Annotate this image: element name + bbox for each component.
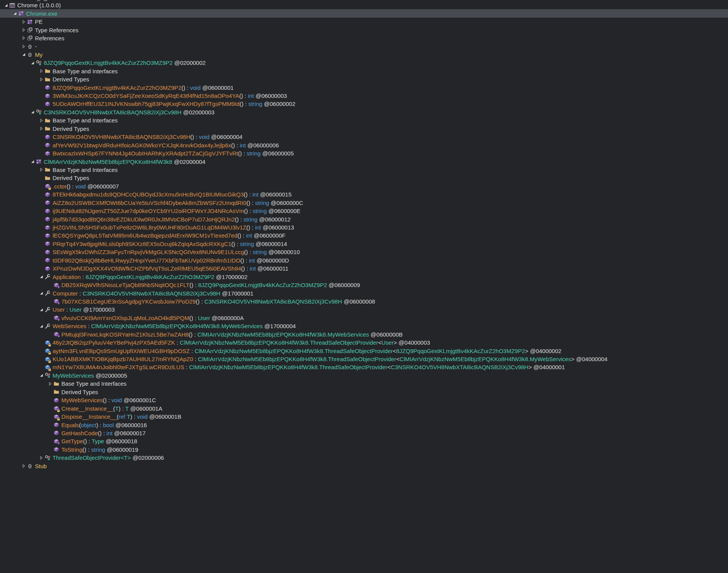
tree-row[interactable]: C3NSRKO4OV5VH8NwbXTA8icBAQNSB2iXj3Cv98H(… [0,133,728,141]
tree-row[interactable]: Chrome.exe [0,9,728,17]
collapse-arrow-icon[interactable] [30,159,36,165]
tree-row[interactable]: {}- [0,42,728,50]
tree-row[interactable]: GetType() : Type @06000018 [0,437,728,445]
label-segment: : [65,306,70,313]
tree-row[interactable]: BwtxcazlxWHSp67FYNNt4Jg4OubIHARhKyXRAdpt… [0,149,728,157]
expand-arrow-icon[interactable] [38,76,44,83]
expand-arrow-icon[interactable] [21,43,27,50]
tree-row[interactable]: ToString() : string @06000019 [0,446,728,454]
tree-row[interactable]: 8JZQ9PqqoGextKLmjgtBv4kKAcZurZ2hO3MZ9P2 … [0,59,728,67]
expand-arrow-icon[interactable] [38,167,44,173]
tree-row[interactable]: Base Type and Interfaces [0,380,728,388]
tree-row[interactable]: Type References [0,26,728,34]
tree-row[interactable]: 46y2JtQBi2qzPyluuV4eYBePivj4zPX5AEd5FZK … [0,339,728,347]
label-segment: C3NSRKO4OV5VH8NwbXTA8icBAQNSB2iXj3Cv98H [44,109,181,116]
row-label: ayINm3FLvnEBpQs9SmUgUpfIXiWEU4GBH9pDOSZ … [53,348,562,354]
tree-row[interactable]: Application : 8JZQ9PqqoGextKLmjgtBv4kKAc… [0,272,728,281]
method-icon [53,298,59,304]
tree-row[interactable]: Derived Types [0,388,728,396]
tree-row[interactable]: Base Type and Interfaces [0,67,728,75]
tree-row[interactable]: Derived Types [0,75,728,83]
label-segment: () : [240,257,249,264]
tree-row[interactable]: .cctor() : void @06000007 [0,182,728,190]
tree-row[interactable]: 5UDcAWOrHffEU3Z1INJVKNswbh75gj83PwjKxqFw… [0,100,728,108]
tree-row[interactable]: afYeVW92V1btwpVdRduHIfoicAGK0WkoYCXJqK4r… [0,141,728,149]
collapse-arrow-icon[interactable] [38,274,44,280]
tree-row[interactable]: Chrome (1.0.0.0) [0,1,728,9]
tree-row[interactable]: AiZZ8o2USWBCXMfOWt6bCUaYe5tuVSchf4DybeAk… [0,199,728,207]
tree-row[interactable]: XPruzDwNfJDgXKX4VOfdWfkCHZPbfVqT5sLZeRlM… [0,264,728,272]
tree-row[interactable]: j4pf5b7d33qodBtQ6n38vEZDkUDlw0R0JxJtMVoC… [0,215,728,223]
tree-row[interactable]: MyWebServices() : void @0600001C [0,396,728,404]
tree-row[interactable]: PE [0,18,728,26]
tree-row[interactable]: {}Stub [0,462,728,470]
tree-row[interactable]: ayINm3FLvnEBpQs9SmUgUpfIXiWEU4GBH9pDOSZ … [0,347,728,355]
tree-row[interactable]: Base Type and Interfaces [0,116,728,124]
tree-row[interactable]: Dispose__Instance__(ref T) : void @06000… [0,413,728,421]
row-label: Create__Instance__(T) : T @0600001A [61,405,162,412]
tree-row[interactable]: lEC6QSYgwQ8pL5TatVM85m6Ub4wzBqjepzdAtErx… [0,231,728,239]
collapse-arrow-icon[interactable] [30,109,36,115]
collapse-arrow-icon[interactable] [3,2,9,8]
tree-row[interactable]: Base Type and Interfaces [0,166,728,174]
tree-row[interactable]: 3WlM3cuJKrKCQzCO0dYSaFjZeeXoeoSdKyRqE43t… [0,92,728,100]
expand-arrow-icon[interactable] [38,117,44,124]
tree-row[interactable]: Equals(object) : bool @06000016 [0,421,728,429]
tree-row[interactable]: WebServices : ClMIArrVdzjKNbzNwM5Eb8bjzE… [0,322,728,330]
label-segment: @0600000E [267,208,301,214]
method-icon [44,84,51,91]
tree-row[interactable]: GetHashCode() : int @06000017 [0,429,728,437]
tree-row[interactable]: 7b07XCSB1CegUE3nSsAgdpgYKCwsbJoiw7PoD29(… [0,297,728,305]
row-label: MyWebServices @02000005 [53,372,127,379]
collapse-arrow-icon[interactable] [12,10,18,17]
label-segment: @06000011 [256,265,288,272]
label-segment: Base Type and Interfaces [53,117,118,124]
tree-row[interactable]: 8TEkHk6abgxdmu1ds9QDHCcQUBOydJ3cXmu5nHcB… [0,190,728,198]
tree-row[interactable]: jHZGVIhLShSHSFx0ubTxPe8zOW6L8ry0WUHF80rD… [0,223,728,231]
tree-row[interactable]: KUo1ABBXMKTIOBKjqBpzb7AUH8UL27mRYNQApZ0 … [0,355,728,363]
expand-arrow-icon[interactable] [21,27,27,33]
tree-row[interactable]: {}My [0,51,728,59]
tree-row[interactable]: vfvuIvCCKt9AmYxnOXlspJLqMoLzoAO4kdl5PQM(… [0,314,728,322]
tree-row[interactable]: PMtujql3FrwxLkqKOSRYaHnZ1KlszL5Be7wZAH8(… [0,330,728,339]
tree-row[interactable]: MyWebServices @02000005 [0,372,728,380]
label-segment: 3WlM3cuJKrKCQzCO0dYSaFjZeeXoeoSdKyRqE43t… [53,92,239,99]
tree-row[interactable]: C3NSRKO4OV5VH8NwbXTA8icBAQNSB2iXj3Cv98H … [0,108,728,116]
collapse-arrow-icon[interactable] [38,290,44,296]
tree-row[interactable]: References [0,34,728,42]
tree-row[interactable]: ThreadSafeObjectProvider<T> @02000006 [0,454,728,462]
expand-arrow-icon[interactable] [38,68,44,74]
tree-row[interactable]: 8JZQ9PqqoGextKLmjgtBv4kKAcZurZ2hO3MZ9P2(… [0,83,728,91]
collapse-arrow-icon[interactable] [38,323,44,329]
label-segment: : [81,274,86,280]
tree-row[interactable]: mN1Yw7X8UMA4nJoibhl0teFJXTgSLwCR9DzlLUS … [0,363,728,371]
tree-row[interactable]: ClMIArrVdzjKNbzNwM5Eb8bjzEPQKKo8H4fW3k8 … [0,157,728,165]
svg-text:{}: {} [28,44,32,49]
tree-row[interactable]: Computer : C3NSRKO4OV5VH8NwbXTA8icBAQNSB… [0,289,728,297]
indent-spacer [0,375,38,376]
collapse-arrow-icon[interactable] [21,51,27,58]
label-segment: void [190,84,201,91]
label-segment: () : [231,241,240,247]
expand-arrow-icon[interactable] [21,463,27,469]
tree-row[interactable]: PRqrTq4Y3w8jpgIMiLsls0ph9SKXz8EX5sOcuj6k… [0,240,728,248]
expand-arrow-icon[interactable] [38,455,44,461]
tree-row[interactable]: t0DF802QBskjQ8bBeHLRwyyZHnpiYveU77XbFbTa… [0,256,728,264]
tree-row[interactable]: ij9UENdut82NJgemZT50ZJue7dp0keOYCb9YU2oi… [0,207,728,215]
indent-spacer [0,170,38,170]
arrow-spacer [47,298,53,304]
expand-arrow-icon[interactable] [21,35,27,41]
expand-arrow-icon[interactable] [21,19,27,25]
tree-row[interactable]: Derived Types [0,174,728,182]
expand-arrow-icon[interactable] [47,381,53,387]
tree-row[interactable]: DB25XRqWVlhSNissLeTjaQb89hbSNqitOQc1FLT(… [0,281,728,289]
collapse-arrow-icon[interactable] [38,372,44,378]
label-segment: Chrome (1.0.0.0) [17,2,61,8]
tree-row[interactable]: SEsWgX5kvDWhIZZ3IaFyuTnRpvjVkMgGLKSNcQGt… [0,248,728,256]
tree-row[interactable]: Create__Instance__(T) : T @0600001A [0,404,728,412]
collapse-arrow-icon[interactable] [38,307,44,313]
collapse-arrow-icon[interactable] [30,60,36,66]
expand-arrow-icon[interactable] [38,125,44,132]
tree-row[interactable]: User : User @17000003 [0,305,728,314]
tree-row[interactable]: Derived Types [0,125,728,133]
